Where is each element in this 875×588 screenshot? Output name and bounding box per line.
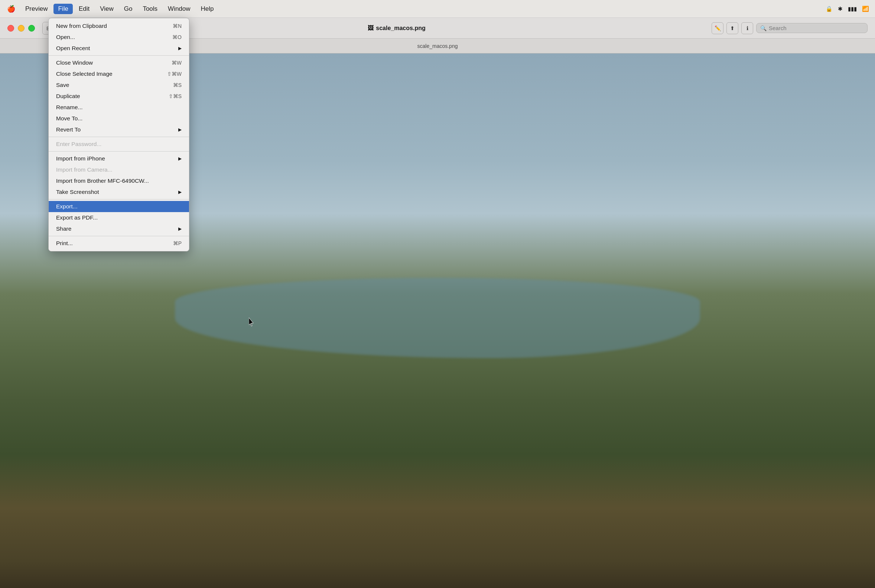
menu-item-duplicate[interactable]: Duplicate ⇧⌘S	[49, 91, 189, 102]
share-button[interactable]: ⬆	[727, 22, 738, 34]
menu-separator-3	[49, 151, 189, 152]
file-menu-dropdown: New from Clipboard ⌘N Open... ⌘O Open Re…	[48, 18, 189, 252]
menu-item-close-window[interactable]: Close Window ⌘W	[49, 57, 189, 68]
menu-item-open[interactable]: Open... ⌘O	[49, 32, 189, 43]
toolbar-right: ✏️ ⬆ ℹ 🔍	[712, 22, 868, 34]
fullscreen-button[interactable]	[28, 25, 35, 32]
traffic-lights	[7, 25, 35, 32]
menubar: 🍎 Preview File Edit View Go Tools Window…	[0, 0, 875, 18]
menu-item-enter-password: Enter Password...	[49, 138, 189, 150]
search-icon: 🔍	[760, 25, 767, 31]
info-button[interactable]: ℹ	[741, 22, 753, 34]
menubar-item-file[interactable]: File	[54, 4, 72, 14]
menubar-system-icons: 🔒 ✱ ▮▮▮ 📶	[826, 6, 869, 12]
battery-icon: ▮▮▮	[848, 6, 857, 12]
menu-item-move-to[interactable]: Move To...	[49, 113, 189, 124]
bluetooth-icon: ✱	[838, 6, 843, 12]
menu-item-save[interactable]: Save ⌘S	[49, 80, 189, 91]
search-input[interactable]	[769, 25, 863, 31]
file-icon: 🖼	[368, 25, 374, 32]
menu-item-new-from-clipboard[interactable]: New from Clipboard ⌘N	[49, 20, 189, 32]
menu-item-rename[interactable]: Rename...	[49, 102, 189, 113]
menu-item-take-screenshot[interactable]: Take Screenshot ▶	[49, 186, 189, 198]
menubar-item-help[interactable]: Help	[196, 4, 219, 14]
menu-item-open-recent[interactable]: Open Recent ▶	[49, 43, 189, 54]
minimize-button[interactable]	[18, 25, 24, 32]
menu-item-share[interactable]: Share ▶	[49, 223, 189, 234]
menu-item-export[interactable]: Export...	[49, 201, 189, 212]
menubar-item-tools[interactable]: Tools	[138, 4, 162, 14]
menu-separator-1	[49, 56, 189, 56]
menu-item-import-iphone[interactable]: Import from iPhone ▶	[49, 153, 189, 164]
menu-separator-2	[49, 137, 189, 137]
menu-item-close-selected[interactable]: Close Selected Image ⇧⌘W	[49, 68, 189, 80]
menubar-item-edit[interactable]: Edit	[74, 4, 94, 14]
menubar-item-preview[interactable]: Preview	[21, 4, 52, 14]
image-filename: scale_macos.png	[418, 43, 458, 49]
wifi-icon: 📶	[862, 6, 869, 12]
menu-item-import-brother[interactable]: Import from Brother MFC-6490CW...	[49, 176, 189, 186]
menu-item-export-pdf[interactable]: Export as PDF...	[49, 212, 189, 223]
menu-item-revert-to[interactable]: Revert To ▶	[49, 124, 189, 135]
menubar-item-go[interactable]: Go	[120, 4, 137, 14]
edit-button[interactable]: ✏️	[712, 22, 724, 34]
menu-separator-5	[49, 236, 189, 236]
menubar-item-view[interactable]: View	[96, 4, 118, 14]
menubar-item-window[interactable]: Window	[163, 4, 195, 14]
menu-item-print[interactable]: Print... ⌘P	[49, 238, 189, 249]
menu-separator-4	[49, 199, 189, 200]
menu-item-import-camera: Import from Camera...	[49, 164, 189, 176]
lock-icon: 🔒	[826, 6, 833, 12]
search-bar[interactable]: 🔍	[756, 23, 868, 33]
close-button[interactable]	[7, 25, 14, 32]
apple-menu-icon[interactable]: 🍎	[6, 4, 16, 14]
